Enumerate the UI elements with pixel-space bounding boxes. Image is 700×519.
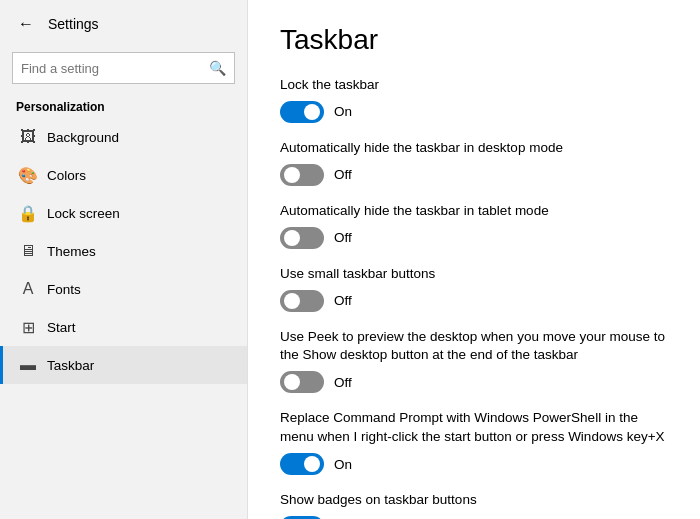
toggle-hide-tablet[interactable] [280, 227, 324, 249]
toggle-row-peek: Off [280, 371, 668, 393]
toggle-thumb-lock-taskbar [304, 104, 320, 120]
toggle-powershell[interactable] [280, 453, 324, 475]
toggle-hide-desktop[interactable] [280, 164, 324, 186]
section-label: Personalization [0, 92, 247, 118]
nav-list: 🖼Background🎨Colors🔒Lock screen🖥ThemesAFo… [0, 118, 247, 384]
sidebar: ← Settings 🔍 Personalization 🖼Background… [0, 0, 248, 519]
sidebar-header: ← Settings [0, 0, 247, 48]
toggle-row-hide-tablet: Off [280, 227, 668, 249]
setting-small-buttons: Use small taskbar buttonsOff [280, 265, 668, 312]
sidebar-item-lock-screen[interactable]: 🔒Lock screen [0, 194, 247, 232]
sidebar-item-background[interactable]: 🖼Background [0, 118, 247, 156]
toggle-track-hide-desktop [280, 164, 324, 186]
search-input[interactable] [21, 61, 203, 76]
page-title: Taskbar [280, 24, 668, 56]
setting-label-hide-tablet: Automatically hide the taskbar in tablet… [280, 202, 668, 221]
setting-peek: Use Peek to preview the desktop when you… [280, 328, 668, 394]
setting-label-peek: Use Peek to preview the desktop when you… [280, 328, 668, 366]
sidebar-item-label-themes: Themes [47, 244, 96, 259]
toggle-row-hide-desktop: Off [280, 164, 668, 186]
toggle-row-small-buttons: Off [280, 290, 668, 312]
toggle-track-hide-tablet [280, 227, 324, 249]
toggle-lock-taskbar[interactable] [280, 101, 324, 123]
toggle-thumb-peek [284, 374, 300, 390]
colors-icon: 🎨 [19, 166, 37, 184]
sidebar-item-taskbar[interactable]: ▬Taskbar [0, 346, 247, 384]
toggle-peek[interactable] [280, 371, 324, 393]
sidebar-item-start[interactable]: ⊞Start [0, 308, 247, 346]
setting-label-hide-desktop: Automatically hide the taskbar in deskto… [280, 139, 668, 158]
toggle-thumb-hide-desktop [284, 167, 300, 183]
fonts-icon: A [19, 280, 37, 298]
sidebar-item-label-taskbar: Taskbar [47, 358, 94, 373]
start-icon: ⊞ [19, 318, 37, 336]
sidebar-item-fonts[interactable]: AFonts [0, 270, 247, 308]
setting-hide-tablet: Automatically hide the taskbar in tablet… [280, 202, 668, 249]
setting-powershell: Replace Command Prompt with Windows Powe… [280, 409, 668, 475]
toggle-small-buttons[interactable] [280, 290, 324, 312]
back-icon: ← [18, 15, 34, 33]
toggle-state-label-powershell: On [334, 457, 352, 472]
toggle-row-powershell: On [280, 453, 668, 475]
toggle-state-label-hide-tablet: Off [334, 230, 352, 245]
sidebar-item-label-start: Start [47, 320, 76, 335]
toggle-state-label-hide-desktop: Off [334, 167, 352, 182]
toggle-state-label-lock-taskbar: On [334, 104, 352, 119]
setting-hide-desktop: Automatically hide the taskbar in deskto… [280, 139, 668, 186]
toggle-state-label-peek: Off [334, 375, 352, 390]
setting-label-badges: Show badges on taskbar buttons [280, 491, 668, 510]
lock-screen-icon: 🔒 [19, 204, 37, 222]
background-icon: 🖼 [19, 128, 37, 146]
sidebar-item-label-lock-screen: Lock screen [47, 206, 120, 221]
main-content: Taskbar Lock the taskbarOnAutomatically … [248, 0, 700, 519]
toggle-track-peek [280, 371, 324, 393]
settings-list: Lock the taskbarOnAutomatically hide the… [280, 76, 668, 519]
sidebar-title: Settings [48, 16, 99, 32]
sidebar-item-label-fonts: Fonts [47, 282, 81, 297]
toggle-row-lock-taskbar: On [280, 101, 668, 123]
back-button[interactable]: ← [12, 10, 40, 38]
setting-lock-taskbar: Lock the taskbarOn [280, 76, 668, 123]
toggle-track-powershell [280, 453, 324, 475]
sidebar-item-themes[interactable]: 🖥Themes [0, 232, 247, 270]
sidebar-item-label-colors: Colors [47, 168, 86, 183]
search-icon: 🔍 [209, 60, 226, 76]
setting-label-lock-taskbar: Lock the taskbar [280, 76, 668, 95]
setting-label-powershell: Replace Command Prompt with Windows Powe… [280, 409, 668, 447]
toggle-thumb-small-buttons [284, 293, 300, 309]
search-box[interactable]: 🔍 [12, 52, 235, 84]
toggle-state-label-small-buttons: Off [334, 293, 352, 308]
toggle-thumb-powershell [304, 456, 320, 472]
taskbar-icon: ▬ [19, 356, 37, 374]
toggle-track-small-buttons [280, 290, 324, 312]
sidebar-item-label-background: Background [47, 130, 119, 145]
themes-icon: 🖥 [19, 242, 37, 260]
sidebar-item-colors[interactable]: 🎨Colors [0, 156, 247, 194]
setting-badges: Show badges on taskbar buttonsOn [280, 491, 668, 519]
setting-label-small-buttons: Use small taskbar buttons [280, 265, 668, 284]
toggle-track-lock-taskbar [280, 101, 324, 123]
toggle-thumb-hide-tablet [284, 230, 300, 246]
